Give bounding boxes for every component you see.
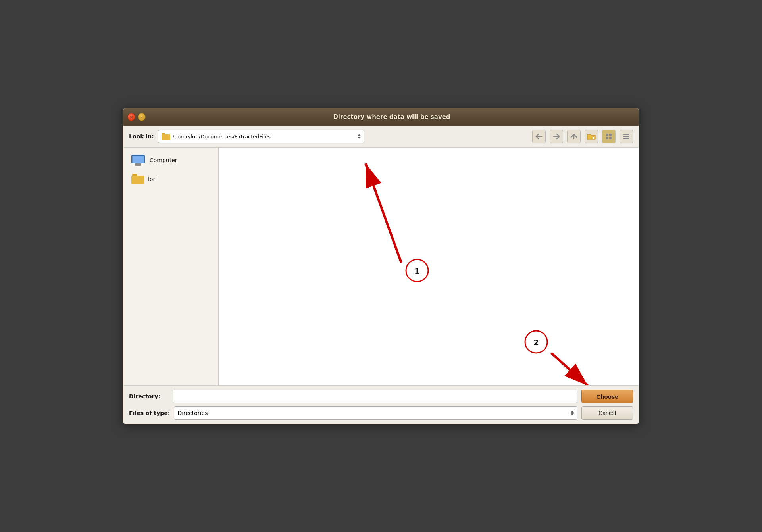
cancel-button[interactable]: Cancel <box>581 406 633 420</box>
bottom-bar: Directory: Choose Files of type: Directo… <box>123 386 639 424</box>
icon-view-icon <box>606 133 612 140</box>
sidebar-item-computer-label: Computer <box>150 157 177 163</box>
minimize-icon: – <box>141 115 143 119</box>
lori-folder-icon <box>131 174 144 184</box>
titlebar: ✕ – Directory where data will be saved <box>123 108 639 126</box>
list-view-button[interactable] <box>620 130 633 143</box>
svg-rect-6 <box>609 134 612 136</box>
minimize-button[interactable]: – <box>138 113 146 121</box>
svg-rect-5 <box>606 134 608 136</box>
svg-point-14 <box>406 259 428 282</box>
svg-rect-7 <box>606 137 608 139</box>
sidebar: Computer lori <box>123 148 219 385</box>
filetype-label: Files of type: <box>129 410 170 416</box>
up-button[interactable] <box>567 130 581 143</box>
svg-rect-11 <box>623 138 629 139</box>
choose-button[interactable]: Choose <box>581 390 633 403</box>
new-folder-icon <box>587 133 596 140</box>
sidebar-item-lori-label: lori <box>148 176 157 182</box>
svg-rect-9 <box>623 134 629 135</box>
svg-point-17 <box>525 331 547 353</box>
annotation-overlay: 1 2 <box>219 148 639 385</box>
computer-icon <box>131 155 146 166</box>
titlebar-buttons: ✕ – <box>127 113 146 121</box>
icon-view-button[interactable] <box>602 130 616 143</box>
svg-line-13 <box>366 163 401 263</box>
filetype-value: Directories <box>177 410 208 416</box>
svg-rect-10 <box>623 136 629 137</box>
back-button[interactable] <box>532 130 546 143</box>
list-view-icon <box>623 133 629 140</box>
lookin-combobox[interactable]: /home/lori/Docume...es/ExtractedFiles <box>158 130 364 143</box>
dialog-title: Directory where data will be saved <box>149 113 635 121</box>
filetype-combobox[interactable]: Directories <box>174 406 577 420</box>
folder-icon <box>162 133 170 140</box>
sidebar-item-lori[interactable]: lori <box>125 171 216 187</box>
file-dialog: ✕ – Directory where data will be saved L… <box>123 108 639 424</box>
svg-rect-8 <box>609 137 612 139</box>
svg-text:2: 2 <box>533 338 539 347</box>
filetype-arrow <box>571 411 574 415</box>
directory-row: Directory: Choose <box>129 390 633 403</box>
close-icon: ✕ <box>130 115 133 119</box>
svg-text:1: 1 <box>414 266 420 276</box>
sidebar-item-computer[interactable]: Computer <box>125 152 216 169</box>
back-icon <box>535 133 543 140</box>
directory-label: Directory: <box>129 393 169 399</box>
content-area: Computer lori <box>123 148 639 386</box>
toolbar: Look in: /home/lori/Docume...es/Extracte… <box>123 126 639 148</box>
close-button[interactable]: ✕ <box>127 113 135 121</box>
directory-input[interactable] <box>173 390 577 403</box>
lookin-label: Look in: <box>129 133 154 140</box>
lookin-path: /home/lori/Docume...es/ExtractedFiles <box>173 134 354 140</box>
forward-icon <box>553 133 560 140</box>
svg-line-16 <box>551 353 588 385</box>
filetype-row: Files of type: Directories Cancel <box>129 406 633 420</box>
file-area[interactable]: 1 2 <box>219 148 639 385</box>
lookin-arrow <box>358 134 361 139</box>
up-icon <box>570 133 577 140</box>
new-folder-button[interactable] <box>585 130 598 143</box>
forward-button[interactable] <box>550 130 563 143</box>
